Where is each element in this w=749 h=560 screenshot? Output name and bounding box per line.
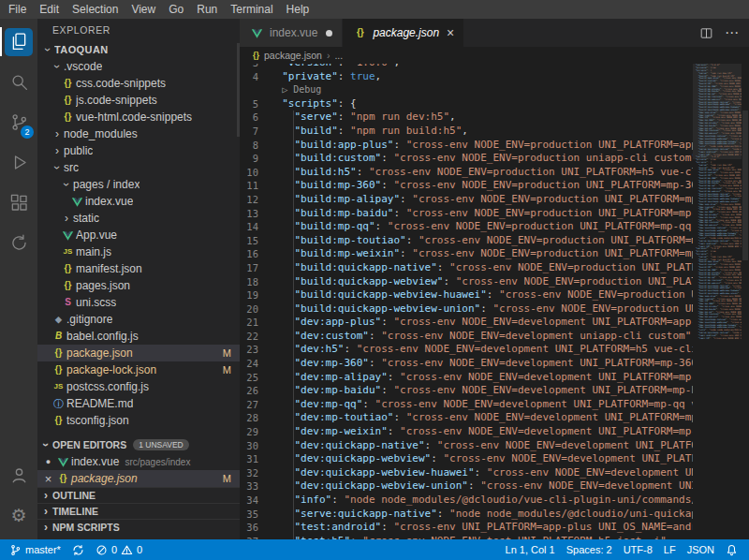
menu-terminal[interactable]: Terminal [224, 0, 279, 19]
code-line-26[interactable]: 26 "dev:mp-baidu": "cross-env NODE_ENV=d… [240, 384, 693, 398]
code-line-30[interactable]: 30 "dev:quickapp-native": "cross-env NOD… [240, 439, 693, 453]
menu-run[interactable]: Run [190, 0, 224, 19]
codelens-debug[interactable]: ▷ Debug [282, 84, 321, 95]
menu-view[interactable]: View [125, 0, 162, 19]
code-line-23[interactable]: 23 "dev:h5": "cross-env NODE_ENV=develop… [240, 343, 693, 357]
code-line-25[interactable]: 25 "dev:mp-alipay": "cross-env NODE_ENV=… [240, 371, 693, 385]
tree-item-readme-md[interactable]: ⓘREADME.md [37, 395, 240, 412]
tree-item-main-js[interactable]: JSmain.js [37, 243, 240, 260]
tree-item-manifest-json[interactable]: {}manifest.json [37, 260, 240, 277]
code-line-31[interactable]: 31 "dev:quickapp-webview": "cross-env NO… [240, 452, 693, 466]
section-npm-scripts[interactable]: ›NPM SCRIPTS [37, 519, 240, 535]
tree-item-vue-html-code-snippets[interactable]: {}vue-html.code-snippets [37, 109, 240, 125]
breadcrumb-symbol[interactable]: ... [334, 50, 343, 61]
status-eol[interactable]: LF [658, 539, 682, 560]
problems-status[interactable]: 00 [90, 539, 148, 560]
code-line-28[interactable]: 28 "dev:mp-toutiao": "cross-env NODE_ENV… [240, 411, 693, 425]
code-line-19[interactable]: 19 "build:quickapp-webview-huawei": "cro… [240, 288, 693, 302]
menu-selection[interactable]: Selection [66, 0, 125, 19]
tree-item-node-modules[interactable]: ›node_modules [37, 125, 240, 142]
tree-item-app-vue[interactable]: App.vue [37, 227, 240, 243]
scrollbar-thumb[interactable] [742, 111, 748, 260]
code-line-11[interactable]: 11 "build:mp-360": "cross-env NODE_ENV=p… [240, 179, 693, 193]
tab-index-vue[interactable]: index.vue [240, 19, 343, 47]
tree-item-pages-index[interactable]: ›pages / index [37, 176, 240, 193]
code-line-35[interactable]: 35 "serve:quickapp-native": "node node_m… [240, 508, 693, 522]
code-line-7[interactable]: 7 "build": "npm run build:h5", [240, 125, 693, 139]
activitybar-search[interactable] [0, 62, 37, 102]
status-encoding[interactable]: UTF-8 [618, 539, 658, 560]
dirty-indicator[interactable] [326, 30, 332, 37]
code-line-21[interactable]: 21 "dev:app-plus": "cross-env NODE_ENV=d… [240, 316, 693, 330]
tree-item-uni-scss[interactable]: Suni.scss [37, 294, 240, 311]
tree-item-package-lock-json[interactable]: {}package-lock.jsonM [37, 361, 240, 378]
code-line-8[interactable]: 8 "build:app-plus": "cross-env NODE_ENV=… [240, 139, 693, 153]
tree-item-js-code-snippets[interactable]: {}js.code-snippets [37, 92, 240, 109]
code-line-36[interactable]: 36 "test:android": "cross-env UNI_PLATFO… [240, 521, 693, 535]
code-line-37[interactable]: 37 "test:h5": "cross-env NODE_ENV=test U… [240, 535, 693, 539]
close-tab-icon[interactable]: × [447, 25, 454, 40]
tree-item-vscode[interactable]: ›.vscode [37, 58, 240, 75]
status-language-mode[interactable]: JSON [682, 539, 720, 560]
menu-go[interactable]: Go [162, 0, 190, 19]
section-outline[interactable]: ›OUTLINE [37, 487, 240, 503]
minimap[interactable]: "version": "1.0.0" "private": true "scri… [693, 64, 742, 539]
tree-item-postcss-config-js[interactable]: JSpostcss.config.js [37, 378, 240, 395]
tree-item-babel-config-js[interactable]: Bbabel.config.js [37, 328, 240, 345]
tree-item-pages-json[interactable]: {}pages.json [37, 277, 240, 294]
code-line-17[interactable]: 17 "build:quickapp-native": "cross-env N… [240, 261, 693, 275]
code-line-9[interactable]: 9 "build:custom": "cross-env NODE_ENV=pr… [240, 152, 693, 166]
code-line-5[interactable]: 5 "scripts": { [240, 97, 693, 111]
code-line-29[interactable]: 29 "dev:mp-weixin": "cross-env NODE_ENV=… [240, 425, 693, 439]
tree-item-public[interactable]: ›public [37, 142, 240, 159]
menu-help[interactable]: Help [280, 0, 316, 19]
status-cursor-position[interactable]: Ln 1, Col 1 [500, 539, 561, 560]
code-line-34[interactable]: 34 "info": "node node_modules/@dcloudio/… [240, 494, 693, 508]
code-line-16[interactable]: 16 "build:mp-weixin": "cross-env NODE_EN… [240, 247, 693, 261]
code-line-22[interactable]: 22 "dev:custom": "cross-env NODE_ENV=dev… [240, 330, 693, 344]
more-actions-icon[interactable]: ⋯ [725, 24, 740, 41]
open-editors-header[interactable]: › OPEN EDITORS 1 UNSAVED [37, 436, 240, 453]
sync-button[interactable] [66, 539, 90, 560]
breadcrumb-file[interactable]: package.json [264, 50, 322, 61]
code-line-6[interactable]: 6 "serve": "npm run dev:h5", [240, 111, 693, 125]
open-editor-package-json[interactable]: ×{}package.jsonM [37, 470, 240, 487]
menu-file[interactable]: File [2, 0, 33, 19]
open-editor-index-vue[interactable]: ●index.vuesrc/pages/index [37, 453, 240, 470]
code-line-33[interactable]: 33 "dev:quickapp-webview-union": "cross-… [240, 479, 693, 494]
activitybar-settings[interactable]: ⚙ [0, 495, 37, 536]
code-line-3[interactable]: 3 "version": "1.0.0", [240, 64, 693, 70]
code-editor[interactable]: 3 "version": "1.0.0",4 "private": true, … [240, 64, 693, 539]
editor-scrollbar[interactable] [742, 64, 749, 539]
code-line-10[interactable]: 10 "build:h5": "cross-env NODE_ENV=produ… [240, 166, 693, 180]
notifications-bell[interactable] [720, 539, 743, 560]
code-line-12[interactable]: 12 "build:mp-alipay": "cross-env NODE_EN… [240, 193, 693, 207]
code-line-4[interactable]: 4 "private": true, [240, 70, 693, 84]
tree-item-static[interactable]: ›static [37, 210, 240, 227]
close-editor-icon[interactable]: × [41, 472, 55, 486]
section-timeline[interactable]: ›TIMELINE [37, 503, 240, 519]
activitybar-extensions[interactable] [0, 183, 37, 223]
tree-item-src[interactable]: ›src [37, 159, 240, 176]
activitybar-source-control[interactable]: 2 [0, 102, 37, 142]
git-branch-status[interactable]: master* [4, 539, 66, 560]
tree-item-package-json[interactable]: {}package.jsonM [37, 345, 240, 361]
code-line-27[interactable]: 27 "dev:mp-qq": "cross-env NODE_ENV=deve… [240, 398, 693, 412]
tree-item-index-vue[interactable]: index.vue [37, 193, 240, 210]
tree-item-taoquan[interactable]: ›TAOQUAN [37, 41, 240, 58]
status-indentation[interactable]: Spaces: 2 [561, 539, 618, 560]
tree-item-tsconfig-json[interactable]: {}tsconfig.json [37, 412, 240, 429]
tree-item-css-code-snippets[interactable]: {}css.code-snippets [37, 75, 240, 92]
code-line-14[interactable]: 14 "build:mp-qq": "cross-env NODE_ENV=pr… [240, 220, 693, 234]
code-line-32[interactable]: 32 "dev:quickapp-webview-huawei": "cross… [240, 466, 693, 480]
tree-item-gitignore[interactable]: ◆.gitignore [37, 311, 240, 328]
code-line-24[interactable]: 24 "dev:mp-360": "cross-env NODE_ENV=dev… [240, 357, 693, 371]
activitybar-run-and-debug[interactable] [0, 142, 37, 183]
menu-edit[interactable]: Edit [33, 0, 66, 19]
code-line-15[interactable]: 15 "build:mp-toutiao": "cross-env NODE_E… [240, 234, 693, 248]
minimap-slider[interactable] [693, 64, 742, 159]
activitybar-explorer[interactable] [0, 22, 37, 62]
activitybar-accounts[interactable] [0, 455, 37, 495]
code-line-18[interactable]: 18 "build:quickapp-webview": "cross-env … [240, 275, 693, 289]
split-editor-icon[interactable] [699, 26, 713, 40]
